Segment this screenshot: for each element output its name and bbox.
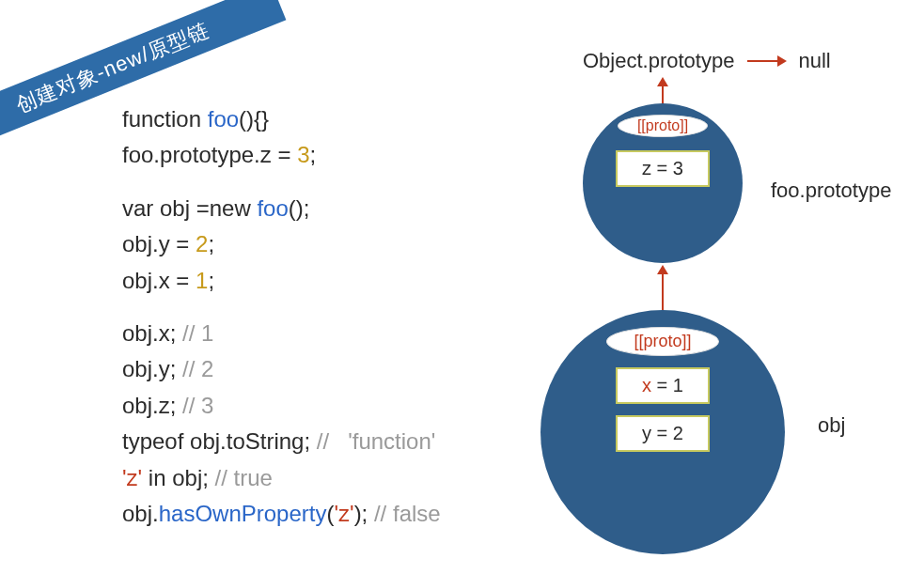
prototype-diagram: Object.prototype null [[proto]] z = 3 fo… bbox=[508, 38, 912, 564]
proto-oval: [[proto]] bbox=[618, 115, 708, 137]
text: x bbox=[642, 375, 651, 396]
text: obj. bbox=[122, 501, 159, 526]
text: obj.y; bbox=[122, 356, 182, 381]
proto-oval: [[proto]] bbox=[606, 327, 718, 356]
code-line-5: obj.x = 1; bbox=[122, 263, 517, 299]
code-line-6: obj.x; // 1 bbox=[122, 316, 517, 351]
code-line-4: obj.y = 2; bbox=[122, 226, 517, 262]
text: 1 bbox=[196, 268, 208, 293]
text: foo.prototype.z = bbox=[122, 142, 297, 167]
text: hasOwnProperty bbox=[159, 501, 327, 526]
text: ; bbox=[208, 231, 214, 256]
text: obj.y = bbox=[122, 231, 196, 256]
label-foo-prototype: foo.prototype bbox=[771, 178, 891, 203]
code-line-7: obj.y; // 2 bbox=[122, 351, 517, 387]
text: foo bbox=[208, 106, 239, 132]
text: foo bbox=[257, 195, 288, 221]
text: 3 bbox=[297, 142, 309, 167]
text: // 3 bbox=[182, 393, 213, 418]
text: ; bbox=[309, 142, 316, 167]
text: in obj; bbox=[142, 465, 214, 490]
obj-circle: [[proto]] x = 1 y = 2 bbox=[540, 310, 785, 554]
text: typeof obj.toString; bbox=[122, 428, 317, 454]
text: (){} bbox=[239, 106, 269, 132]
foo-prototype-circle: [[proto]] z = 3 bbox=[583, 103, 743, 263]
top-labels: Object.prototype null bbox=[583, 49, 831, 73]
label-obj: obj bbox=[818, 413, 845, 438]
code-line-8: obj.z; // 3 bbox=[122, 388, 517, 424]
text: // 1 bbox=[182, 320, 213, 346]
text: 'z' bbox=[122, 465, 142, 490]
label-null: null bbox=[798, 49, 830, 73]
text: obj.z; bbox=[122, 393, 182, 418]
text: = 1 bbox=[651, 375, 683, 396]
text: = 3 bbox=[651, 158, 683, 178]
text: ); bbox=[354, 501, 374, 526]
label-object-prototype: Object.prototype bbox=[583, 49, 734, 73]
code-line-1: function foo(){} bbox=[122, 101, 517, 137]
text: obj.x; bbox=[122, 320, 182, 346]
text: ; bbox=[208, 268, 214, 293]
slot-y: y = 2 bbox=[616, 415, 710, 452]
text: obj.x = bbox=[122, 268, 196, 293]
slot-z: z = 3 bbox=[616, 150, 710, 187]
text: 2 bbox=[196, 231, 208, 256]
text: var obj =new bbox=[122, 195, 257, 221]
text: (); bbox=[289, 195, 310, 221]
text: 'z' bbox=[334, 501, 353, 526]
arrow-right-icon bbox=[747, 60, 785, 62]
text: // true bbox=[215, 465, 273, 490]
code-line-11: obj.hasOwnProperty('z'); // false bbox=[122, 496, 517, 532]
text: function bbox=[122, 106, 208, 132]
text: // 2 bbox=[182, 356, 213, 381]
code-line-3: var obj =new foo(); bbox=[122, 191, 517, 226]
code-line-9: typeof obj.toString; // 'function' bbox=[122, 424, 517, 459]
text: // 'function' bbox=[317, 428, 436, 454]
slot-x: x = 1 bbox=[616, 367, 710, 404]
code-line-2: foo.prototype.z = 3; bbox=[122, 137, 517, 173]
text: z bbox=[642, 158, 651, 178]
text: // false bbox=[374, 501, 441, 526]
code-line-10: 'z' in obj; // true bbox=[122, 460, 517, 496]
code-block: function foo(){} foo.prototype.z = 3; va… bbox=[122, 101, 517, 532]
